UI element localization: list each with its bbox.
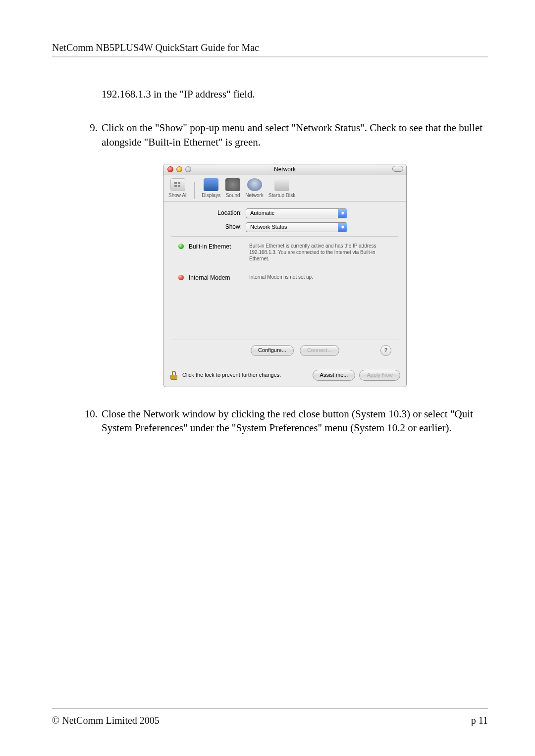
show-all-icon <box>170 178 185 191</box>
sound-icon <box>225 178 240 191</box>
toolbar-network[interactable]: Network <box>245 178 264 199</box>
connect-button[interactable]: Connect... <box>300 345 339 356</box>
step-10-text: Close the Network window by clicking the… <box>102 407 488 435</box>
step-10-number: 10. <box>82 407 102 435</box>
footer-copyright: © NetComm Limited 2005 <box>52 715 160 726</box>
toolbar-network-label: Network <box>245 192 264 199</box>
toolbar-sound[interactable]: Sound <box>225 178 240 199</box>
lock-icon[interactable] <box>169 371 178 380</box>
zoom-icon[interactable] <box>185 166 191 172</box>
toolbar-displays[interactable]: Displays <box>202 178 220 199</box>
assist-me-button[interactable]: Assist me... <box>313 370 356 381</box>
show-select[interactable]: Network Status <box>246 222 347 232</box>
network-icon <box>247 178 262 191</box>
close-icon[interactable] <box>167 166 173 172</box>
show-value: Network Status <box>246 223 338 231</box>
svg-rect-1 <box>178 182 180 184</box>
network-status-list: Built-in Ethernet Built-in Ethernet is c… <box>171 236 398 340</box>
svg-rect-3 <box>178 185 180 187</box>
continued-text: 192.168.1.3 in the "IP address" field. <box>82 87 488 101</box>
toolbar-pill-icon[interactable] <box>392 166 403 172</box>
page-header: NetComm NB5PLUS4W QuickStart Guide for M… <box>52 42 488 57</box>
select-arrows-icon <box>338 223 347 232</box>
status-ethernet-name: Built-in Ethernet <box>189 243 244 262</box>
footer-page-number: p 11 <box>471 715 488 726</box>
location-label: Location: <box>171 209 246 217</box>
startup-disk-icon <box>274 178 289 191</box>
displays-icon <box>204 178 218 191</box>
minimize-icon[interactable] <box>176 166 182 172</box>
toolbar-startup-label: Startup Disk <box>268 192 295 199</box>
step-9-number: 9. <box>82 121 102 149</box>
toolbar-showall-label: Show All <box>168 192 187 199</box>
status-dot-green-icon <box>178 244 184 249</box>
location-select[interactable]: Automatic <box>246 208 347 218</box>
show-label: Show: <box>171 223 246 231</box>
svg-rect-0 <box>174 182 177 184</box>
toolbar-sound-label: Sound <box>225 192 240 199</box>
toolbar-displays-label: Displays <box>202 192 220 199</box>
help-button[interactable]: ? <box>380 345 391 356</box>
status-dot-red-icon <box>178 275 184 280</box>
status-modem-desc: Internal Modem is not set up. <box>249 274 313 282</box>
step-9: 9. Click on the "Show" pop-up menu and s… <box>82 121 488 149</box>
status-modem-name: Internal Modem <box>189 274 244 282</box>
status-row-ethernet[interactable]: Built-in Ethernet Built-in Ethernet is c… <box>171 237 398 268</box>
location-value: Automatic <box>246 209 338 217</box>
status-row-modem[interactable]: Internal Modem Internal Modem is not set… <box>171 268 398 288</box>
apply-now-button[interactable]: Apply Now <box>359 370 400 381</box>
step-9-text: Click on the "Show" pop-up menu and sele… <box>102 121 488 149</box>
toolbar-startup[interactable]: Startup Disk <box>268 178 295 199</box>
lock-text: Click the lock to prevent further change… <box>182 371 281 379</box>
status-ethernet-desc: Built-in Ethernet is currently active an… <box>249 243 391 262</box>
toolbar-showall[interactable]: Show All <box>168 178 187 199</box>
toolbar-separator <box>194 182 195 199</box>
network-prefs-window: Network Show All Displays <box>163 164 407 387</box>
configure-button[interactable]: Configure... <box>251 345 294 356</box>
window-title: Network <box>274 165 296 173</box>
window-titlebar: Network <box>163 164 406 175</box>
step-10: 10. Close the Network window by clicking… <box>82 407 488 435</box>
select-arrows-icon <box>338 209 347 218</box>
prefs-toolbar: Show All Displays Sound Network <box>163 175 406 202</box>
svg-rect-2 <box>174 185 177 187</box>
